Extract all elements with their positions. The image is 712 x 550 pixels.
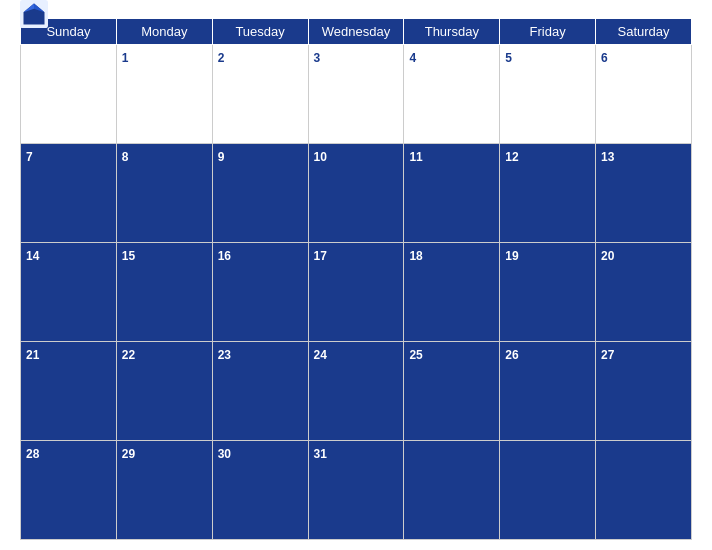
day-number: 14 bbox=[26, 249, 39, 263]
day-cell bbox=[404, 441, 500, 540]
week-row-1: 78910111213 bbox=[21, 144, 692, 243]
day-cell: 24 bbox=[308, 342, 404, 441]
weekday-saturday: Saturday bbox=[596, 19, 692, 45]
day-cell: 14 bbox=[21, 243, 117, 342]
day-number: 3 bbox=[314, 51, 321, 65]
day-number: 30 bbox=[218, 447, 231, 461]
day-number: 13 bbox=[601, 150, 614, 164]
day-cell bbox=[596, 441, 692, 540]
day-number: 28 bbox=[26, 447, 39, 461]
day-cell: 18 bbox=[404, 243, 500, 342]
day-cell: 17 bbox=[308, 243, 404, 342]
day-cell: 6 bbox=[596, 45, 692, 144]
day-number: 22 bbox=[122, 348, 135, 362]
day-cell: 20 bbox=[596, 243, 692, 342]
day-number: 16 bbox=[218, 249, 231, 263]
day-number: 6 bbox=[601, 51, 608, 65]
day-cell: 13 bbox=[596, 144, 692, 243]
day-number: 8 bbox=[122, 150, 129, 164]
week-row-2: 14151617181920 bbox=[21, 243, 692, 342]
day-cell: 7 bbox=[21, 144, 117, 243]
weekday-tuesday: Tuesday bbox=[212, 19, 308, 45]
day-number: 31 bbox=[314, 447, 327, 461]
day-cell: 28 bbox=[21, 441, 117, 540]
logo bbox=[20, 0, 52, 28]
day-cell: 9 bbox=[212, 144, 308, 243]
day-number: 2 bbox=[218, 51, 225, 65]
day-number: 21 bbox=[26, 348, 39, 362]
day-cell: 27 bbox=[596, 342, 692, 441]
day-cell: 19 bbox=[500, 243, 596, 342]
day-number: 17 bbox=[314, 249, 327, 263]
day-cell: 15 bbox=[116, 243, 212, 342]
day-number: 9 bbox=[218, 150, 225, 164]
day-cell: 16 bbox=[212, 243, 308, 342]
week-row-4: 28293031 bbox=[21, 441, 692, 540]
day-number: 25 bbox=[409, 348, 422, 362]
day-number: 24 bbox=[314, 348, 327, 362]
weekday-monday: Monday bbox=[116, 19, 212, 45]
day-cell: 21 bbox=[21, 342, 117, 441]
day-number: 1 bbox=[122, 51, 129, 65]
day-cell: 23 bbox=[212, 342, 308, 441]
day-number: 23 bbox=[218, 348, 231, 362]
day-cell: 25 bbox=[404, 342, 500, 441]
day-number: 12 bbox=[505, 150, 518, 164]
weekday-friday: Friday bbox=[500, 19, 596, 45]
day-cell: 30 bbox=[212, 441, 308, 540]
day-cell: 1 bbox=[116, 45, 212, 144]
day-number: 26 bbox=[505, 348, 518, 362]
day-cell: 4 bbox=[404, 45, 500, 144]
day-cell: 22 bbox=[116, 342, 212, 441]
day-cell bbox=[500, 441, 596, 540]
day-cell: 2 bbox=[212, 45, 308, 144]
day-number: 11 bbox=[409, 150, 422, 164]
day-cell: 31 bbox=[308, 441, 404, 540]
weekday-thursday: Thursday bbox=[404, 19, 500, 45]
day-number: 19 bbox=[505, 249, 518, 263]
week-row-0: 123456 bbox=[21, 45, 692, 144]
day-number: 29 bbox=[122, 447, 135, 461]
day-cell: 11 bbox=[404, 144, 500, 243]
weekday-wednesday: Wednesday bbox=[308, 19, 404, 45]
day-cell: 12 bbox=[500, 144, 596, 243]
day-cell: 10 bbox=[308, 144, 404, 243]
week-row-3: 21222324252627 bbox=[21, 342, 692, 441]
day-cell: 8 bbox=[116, 144, 212, 243]
day-cell: 29 bbox=[116, 441, 212, 540]
day-cell: 3 bbox=[308, 45, 404, 144]
day-number: 10 bbox=[314, 150, 327, 164]
weekday-header-row: SundayMondayTuesdayWednesdayThursdayFrid… bbox=[21, 19, 692, 45]
day-number: 5 bbox=[505, 51, 512, 65]
day-number: 4 bbox=[409, 51, 416, 65]
day-number: 18 bbox=[409, 249, 422, 263]
calendar-table: SundayMondayTuesdayWednesdayThursdayFrid… bbox=[20, 18, 692, 540]
day-number: 7 bbox=[26, 150, 33, 164]
day-cell bbox=[21, 45, 117, 144]
day-number: 15 bbox=[122, 249, 135, 263]
day-cell: 26 bbox=[500, 342, 596, 441]
day-cell: 5 bbox=[500, 45, 596, 144]
day-number: 20 bbox=[601, 249, 614, 263]
day-number: 27 bbox=[601, 348, 614, 362]
